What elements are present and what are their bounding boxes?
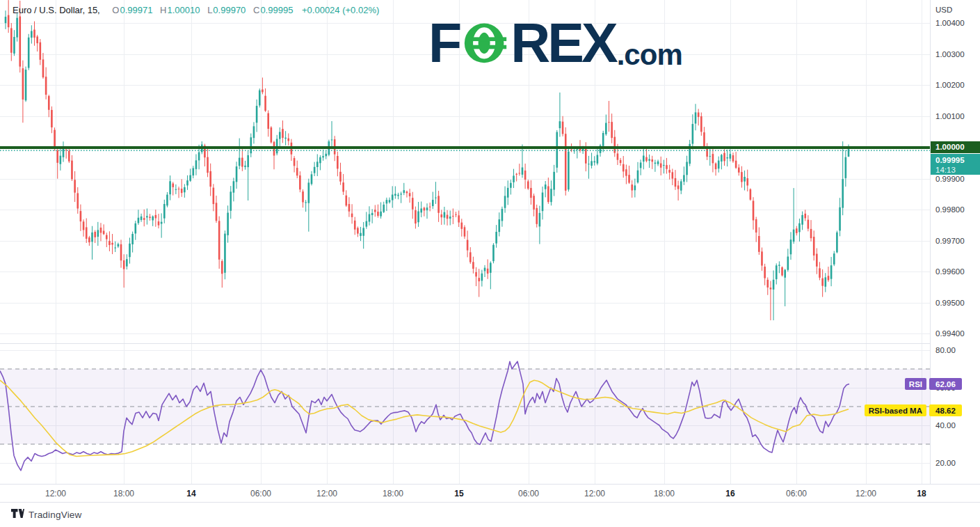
candle[interactable] — [71, 155, 73, 181]
candle[interactable] — [530, 180, 532, 205]
candle[interactable] — [504, 187, 506, 213]
candle[interactable] — [741, 166, 743, 188]
candle[interactable] — [524, 164, 527, 189]
tradingview-logo-icon[interactable] — [11, 508, 24, 521]
candle[interactable] — [781, 267, 783, 277]
candle[interactable] — [374, 205, 376, 217]
candle[interactable] — [33, 22, 35, 46]
candle[interactable] — [291, 139, 293, 161]
candle[interactable] — [833, 251, 835, 267]
candle[interactable] — [83, 219, 85, 237]
candle[interactable] — [271, 126, 273, 143]
candle[interactable] — [753, 197, 755, 230]
candle[interactable] — [236, 162, 238, 189]
candle[interactable] — [325, 151, 327, 159]
candle[interactable] — [250, 134, 252, 157]
candle[interactable] — [100, 223, 102, 241]
candle[interactable] — [28, 34, 30, 70]
candle[interactable] — [10, 23, 13, 61]
candle[interactable] — [721, 154, 723, 169]
candle[interactable] — [218, 217, 220, 269]
candle[interactable] — [657, 159, 659, 166]
candle[interactable] — [103, 224, 105, 235]
candle[interactable] — [556, 130, 558, 173]
candle[interactable] — [744, 171, 746, 191]
candle[interactable] — [406, 191, 408, 198]
candle[interactable] — [302, 189, 304, 207]
candle[interactable] — [620, 158, 622, 166]
candle[interactable] — [31, 25, 33, 43]
candle[interactable] — [337, 152, 339, 176]
candle[interactable] — [452, 208, 454, 224]
candle[interactable] — [60, 148, 62, 171]
candle[interactable] — [758, 227, 760, 255]
candle[interactable] — [319, 155, 321, 170]
candle[interactable] — [262, 77, 264, 94]
candle[interactable] — [267, 110, 269, 136]
candle[interactable] — [692, 114, 694, 149]
candle[interactable] — [134, 221, 136, 240]
candle[interactable] — [553, 165, 555, 196]
candle[interactable] — [400, 191, 402, 203]
candle[interactable] — [36, 35, 38, 52]
rsi-ma-indicator-label[interactable]: RSI-based MA — [865, 404, 926, 416]
candle[interactable] — [773, 270, 775, 320]
candle[interactable] — [409, 189, 411, 203]
candle[interactable] — [839, 198, 841, 236]
candle[interactable] — [146, 208, 148, 224]
candle[interactable] — [241, 149, 243, 171]
candle[interactable] — [56, 148, 58, 179]
candle[interactable] — [5, 10, 7, 29]
candle[interactable] — [513, 169, 515, 188]
candle[interactable] — [48, 95, 50, 117]
candle[interactable] — [149, 214, 151, 221]
candlestick-chart[interactable] — [0, 0, 930, 484]
candle[interactable] — [424, 207, 426, 217]
candle[interactable] — [386, 198, 388, 211]
candle[interactable] — [42, 53, 45, 79]
candle[interactable] — [412, 192, 414, 219]
candle[interactable] — [369, 206, 371, 226]
candle[interactable] — [821, 269, 824, 297]
candle[interactable] — [357, 226, 359, 237]
candle[interactable] — [507, 180, 509, 205]
candle[interactable] — [836, 230, 838, 253]
candle[interactable] — [397, 193, 399, 199]
candle[interactable] — [793, 188, 795, 244]
candle[interactable] — [703, 127, 705, 149]
candle[interactable] — [244, 161, 246, 170]
candle[interactable] — [362, 222, 364, 249]
candle[interactable] — [13, 30, 15, 56]
candle[interactable] — [51, 107, 53, 133]
candle[interactable] — [487, 260, 489, 279]
candle[interactable] — [294, 156, 296, 172]
candle[interactable] — [279, 127, 281, 146]
candle[interactable] — [600, 144, 602, 157]
candle[interactable] — [776, 263, 778, 284]
candle[interactable] — [420, 201, 422, 217]
candle[interactable] — [224, 230, 226, 279]
candle[interactable] — [695, 104, 697, 130]
candle[interactable] — [588, 156, 590, 179]
candle[interactable] — [683, 166, 685, 185]
candle[interactable] — [605, 115, 607, 136]
candle[interactable] — [810, 220, 812, 242]
candle[interactable] — [631, 180, 633, 198]
candle[interactable] — [686, 156, 688, 182]
candle[interactable] — [484, 265, 486, 277]
candle[interactable] — [796, 226, 798, 235]
candle[interactable] — [114, 242, 116, 252]
candle[interactable] — [842, 141, 844, 215]
candle[interactable] — [106, 233, 108, 247]
candle[interactable] — [181, 179, 183, 197]
candle[interactable] — [195, 154, 198, 175]
candle[interactable] — [654, 160, 657, 172]
candle[interactable] — [625, 164, 627, 184]
candle[interactable] — [706, 143, 708, 159]
candle[interactable] — [80, 205, 82, 231]
candle[interactable] — [577, 148, 579, 159]
candle[interactable] — [129, 237, 131, 263]
candle[interactable] — [22, 61, 24, 123]
candle[interactable] — [213, 184, 215, 211]
candle[interactable] — [308, 179, 310, 232]
